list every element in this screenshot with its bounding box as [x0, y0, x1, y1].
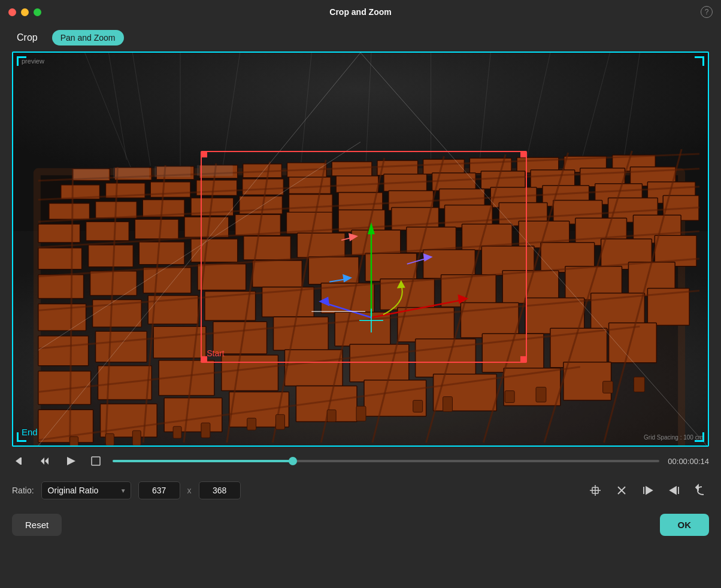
svg-rect-104: [153, 326, 206, 358]
ratio-bar: Ratio: Original Ratio 16:9 4:3 1:1 9:16 …: [0, 475, 721, 505]
svg-rect-56: [135, 219, 178, 239]
svg-rect-154: [113, 168, 149, 178]
transport-bar: 00:00:00:14: [0, 447, 721, 475]
action-bar: Reset OK: [0, 505, 721, 544]
trim-end-button[interactable]: [640, 482, 656, 499]
help-icon[interactable]: ?: [701, 6, 713, 18]
svg-rect-160: [275, 414, 284, 429]
crop-box[interactable]: Start: [201, 151, 527, 363]
step-back-button[interactable]: [37, 453, 54, 469]
crop-start-label: Start: [207, 348, 225, 358]
svg-rect-166: [173, 426, 181, 438]
svg-rect-164: [634, 377, 644, 392]
svg-rect-171: [603, 381, 613, 393]
svg-rect-167: [247, 418, 256, 430]
svg-marker-191: [16, 457, 20, 465]
svg-rect-165: [105, 434, 114, 445]
time-display: 00:00:00:14: [668, 457, 709, 466]
svg-rect-121: [550, 328, 607, 368]
height-input[interactable]: [199, 481, 241, 499]
ratio-tools: [587, 482, 709, 499]
svg-marker-194: [45, 457, 49, 465]
svg-rect-79: [38, 275, 84, 299]
svg-rect-102: [38, 336, 89, 366]
video-container: preview Start End Grid Spacing : 100 cm: [12, 51, 709, 447]
svg-rect-123: [38, 410, 93, 442]
reset-button[interactable]: Reset: [12, 514, 62, 536]
timeline-thumb[interactable]: [289, 457, 297, 465]
svg-rect-55: [86, 222, 129, 241]
ratio-label: Ratio:: [12, 486, 34, 495]
svg-marker-206: [696, 485, 698, 490]
svg-rect-159: [201, 423, 210, 438]
ratio-select[interactable]: Original Ratio 16:9 4:3 1:1 9:16 Custom: [41, 481, 131, 499]
svg-rect-169: [413, 400, 423, 412]
svg-marker-195: [67, 457, 75, 465]
clear-tool-button[interactable]: [613, 482, 630, 499]
trim-start-button[interactable]: [666, 482, 683, 499]
window-controls[interactable]: [8, 8, 41, 16]
grid-spacing-label: Grid Spacing : 100 cm: [644, 434, 703, 441]
rewind-button[interactable]: [12, 453, 29, 469]
svg-rect-54: [38, 224, 80, 243]
svg-rect-153: [73, 169, 109, 180]
svg-marker-205: [670, 487, 676, 494]
minimize-button[interactable]: [21, 8, 29, 16]
tab-pan-zoom[interactable]: Pan and Zoom: [52, 30, 124, 46]
undo-button[interactable]: [692, 482, 709, 499]
stop-button[interactable]: [87, 453, 104, 469]
timeline-slider[interactable]: [113, 460, 659, 462]
svg-rect-170: [505, 391, 514, 403]
svg-rect-124: [100, 404, 157, 437]
svg-rect-192: [20, 457, 22, 465]
width-input[interactable]: [138, 481, 180, 499]
svg-rect-168: [327, 410, 336, 422]
svg-rect-69: [139, 242, 184, 265]
svg-rect-196: [92, 457, 100, 465]
svg-rect-68: [89, 245, 134, 267]
window-title: Crop and Zoom: [329, 7, 391, 17]
ratio-select-wrapper[interactable]: Original Ratio 16:9 4:3 1:1 9:16 Custom: [41, 481, 131, 499]
svg-rect-161: [356, 406, 366, 421]
title-bar: Crop and Zoom ?: [0, 0, 721, 24]
play-button[interactable]: [62, 453, 79, 469]
svg-marker-203: [646, 487, 652, 494]
svg-rect-41: [49, 203, 90, 219]
dimension-separator: x: [187, 486, 192, 495]
center-tool-button[interactable]: [587, 482, 604, 499]
corner-tr: [695, 56, 704, 66]
ok-button[interactable]: OK: [660, 514, 710, 536]
maximize-button[interactable]: [34, 8, 41, 16]
close-button[interactable]: [8, 8, 16, 16]
svg-rect-81: [143, 268, 191, 293]
svg-rect-67: [38, 248, 82, 269]
svg-rect-103: [96, 331, 147, 362]
svg-rect-162: [443, 396, 453, 411]
svg-rect-125: [164, 398, 222, 432]
svg-rect-163: [536, 387, 546, 402]
svg-rect-158: [132, 431, 141, 445]
preview-label: preview: [22, 57, 44, 65]
svg-rect-157: [70, 437, 78, 445]
end-label: End: [22, 427, 38, 437]
svg-marker-193: [41, 457, 44, 465]
timeline-fill: [113, 460, 293, 462]
tab-bar: Crop Pan and Zoom: [0, 24, 721, 51]
tab-crop[interactable]: Crop: [12, 30, 43, 46]
svg-rect-155: [154, 166, 190, 177]
